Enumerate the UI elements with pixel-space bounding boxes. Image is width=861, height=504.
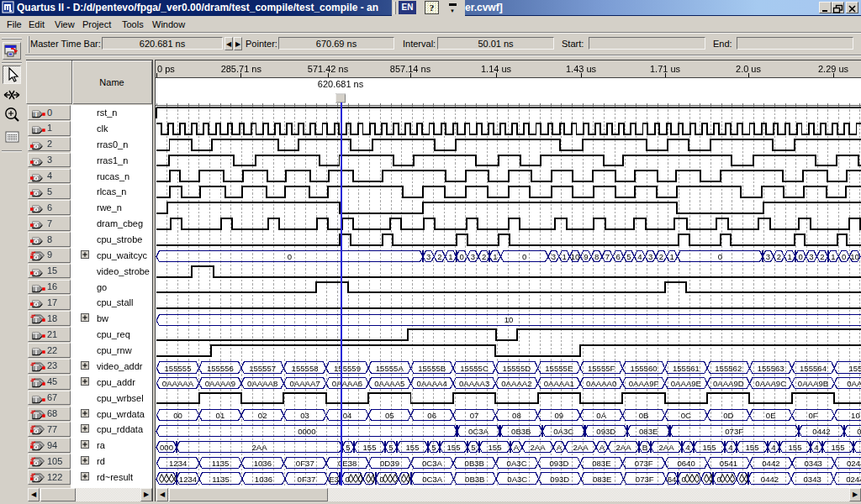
svg-text:0541: 0541	[720, 459, 737, 468]
svg-text:0: 0	[798, 252, 802, 261]
svg-text:1: 1	[670, 252, 674, 261]
svg-text:0A3C: 0A3C	[507, 475, 527, 484]
svg-text:o: o	[34, 253, 39, 261]
svg-text:3: 3	[552, 252, 556, 261]
svg-text:o: o	[34, 269, 39, 277]
svg-text:03: 03	[300, 411, 309, 420]
svg-text:0: 0	[460, 252, 464, 261]
svg-text:05: 05	[385, 411, 394, 420]
svg-text:0F37: 0F37	[296, 459, 314, 468]
svg-text:3: 3	[471, 252, 475, 261]
svg-text:0AAA9B: 0AAA9B	[798, 379, 828, 388]
svg-text:1.43 us: 1.43 us	[566, 64, 597, 74]
svg-text:1: 1	[788, 252, 792, 261]
svg-text:4: 4	[728, 443, 733, 452]
svg-text:o: o	[34, 174, 39, 182]
svg-text:1036: 1036	[254, 459, 272, 468]
svg-text:0343: 0343	[804, 475, 821, 484]
svg-text:15555B: 15555B	[418, 364, 446, 373]
svg-text:0A3C: 0A3C	[507, 459, 527, 468]
svg-text:0: 0	[681, 475, 685, 484]
svg-text:o: o	[34, 205, 39, 213]
svg-text:06: 06	[427, 411, 436, 420]
svg-text:0: 0	[288, 252, 292, 261]
svg-text:0: 0	[718, 252, 722, 261]
svg-text:0D39: 0D39	[380, 459, 399, 468]
svg-text:0AAAA4: 0AAAA4	[417, 379, 448, 388]
svg-text:9: 9	[584, 252, 588, 261]
svg-text:2AA: 2AA	[573, 443, 589, 452]
svg-text:0C3A: 0C3A	[422, 459, 443, 468]
svg-text:2: 2	[482, 252, 486, 261]
svg-text:15555C: 15555C	[460, 364, 489, 373]
svg-text:10: 10	[851, 411, 860, 420]
svg-text:3: 3	[648, 252, 652, 261]
svg-text:1: 1	[563, 252, 567, 261]
svg-text:09: 09	[554, 411, 563, 420]
svg-text:i: i	[35, 396, 38, 404]
svg-text:0AAAA0: 0AAAA0	[586, 379, 616, 388]
svg-text:155555: 155555	[164, 364, 191, 373]
svg-text:0AAAA5: 0AAAA5	[374, 379, 404, 388]
svg-text:073F: 073F	[636, 475, 654, 484]
svg-text:o: o	[34, 300, 39, 308]
svg-text:6: 6	[616, 252, 621, 261]
svg-text:0AAAA7: 0AAAA7	[289, 379, 320, 388]
svg-text:155: 155	[488, 443, 501, 452]
svg-text:10: 10	[504, 315, 514, 324]
svg-text:5: 5	[471, 443, 475, 452]
svg-text:i: i	[35, 285, 38, 293]
svg-text:0 ps: 0 ps	[157, 64, 175, 74]
svg-text:155: 155	[702, 443, 716, 452]
svg-text:1.14 us: 1.14 us	[481, 64, 512, 74]
svg-text:1234: 1234	[179, 475, 198, 484]
svg-text:2: 2	[437, 252, 441, 261]
svg-text:o: o	[34, 221, 39, 229]
svg-text:155: 155	[405, 443, 419, 452]
svg-text:i: i	[35, 412, 38, 420]
svg-text:083E: 083E	[639, 427, 658, 436]
svg-text:2.29 us: 2.29 us	[818, 64, 849, 74]
svg-text:0D: 0D	[723, 411, 733, 420]
svg-text:4: 4	[771, 443, 776, 452]
svg-text:155557: 155557	[249, 364, 276, 373]
svg-text:0AAAA3: 0AAAA3	[459, 379, 489, 388]
svg-text:o: o	[34, 189, 39, 197]
svg-text:1135: 1135	[212, 459, 230, 468]
svg-text:0F37: 0F37	[298, 475, 316, 484]
svg-text:0442: 0442	[762, 459, 779, 468]
svg-text:i: i	[35, 348, 38, 356]
svg-text:10: 10	[850, 252, 859, 261]
svg-text:0: 0	[842, 252, 846, 261]
svg-text:0442: 0442	[761, 475, 779, 484]
svg-text:155559: 155559	[334, 364, 361, 373]
svg-text:0C: 0C	[681, 411, 691, 420]
svg-text:093D: 093D	[550, 459, 569, 468]
svg-text:0: 0	[716, 475, 721, 484]
svg-text:620.681 ns: 620.681 ns	[318, 79, 364, 89]
svg-text:0C3A: 0C3A	[468, 427, 489, 436]
svg-text:i: i	[35, 110, 38, 118]
svg-text:093D: 093D	[550, 475, 569, 484]
svg-text:0AAA9C: 0AAA9C	[755, 379, 786, 388]
svg-text:B: B	[642, 443, 647, 452]
svg-text:1.71 us: 1.71 us	[650, 64, 681, 74]
svg-text:1: 1	[493, 252, 497, 261]
svg-text:0A3C: 0A3C	[553, 427, 573, 436]
svg-text:15555F: 15555F	[588, 364, 615, 373]
svg-text:i: i	[35, 316, 38, 324]
svg-text:155: 155	[788, 443, 801, 452]
svg-text:5: 5	[431, 443, 436, 452]
svg-text:i: i	[35, 380, 38, 388]
svg-text:o: o	[34, 459, 39, 467]
svg-text:155561: 155561	[673, 364, 700, 373]
svg-text:10: 10	[571, 252, 580, 261]
svg-text:15555D: 15555D	[503, 364, 531, 373]
svg-text:155564: 155564	[800, 364, 827, 373]
svg-text:0343: 0343	[805, 459, 822, 468]
svg-text:0: 0	[522, 252, 526, 261]
svg-text:3: 3	[809, 252, 813, 261]
svg-text:0AAAA6: 0AAAA6	[332, 379, 362, 388]
svg-text:0B: 0B	[639, 411, 649, 420]
svg-text:0AAAA9: 0AAAA9	[205, 379, 235, 388]
